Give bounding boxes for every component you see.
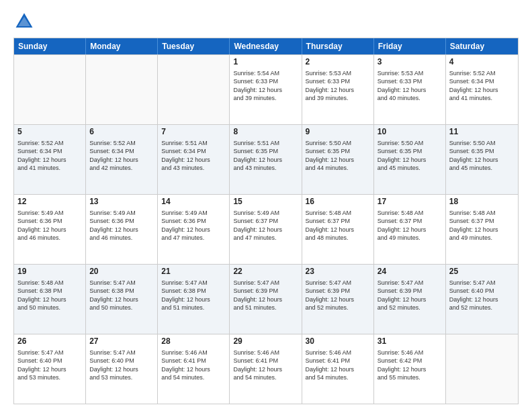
day-number: 28 [161, 336, 226, 347]
calendar-cell: 26Sunrise: 5:47 AM Sunset: 6:40 PM Dayli… [14, 334, 86, 404]
calendar-cell: 25Sunrise: 5:47 AM Sunset: 6:40 PM Dayli… [446, 265, 518, 334]
day-info: Sunrise: 5:47 AM Sunset: 6:39 PM Dayligh… [378, 279, 442, 312]
calendar: SundayMondayTuesdayWednesdayThursdayFrid… [13, 38, 519, 404]
calendar-cell [14, 55, 86, 124]
day-number: 3 [378, 57, 442, 68]
day-info: Sunrise: 5:49 AM Sunset: 6:36 PM Dayligh… [89, 209, 154, 242]
day-number: 20 [89, 267, 154, 277]
day-info: Sunrise: 5:51 AM Sunset: 6:34 PM Dayligh… [161, 139, 226, 173]
day-number: 22 [233, 267, 298, 277]
header [13, 11, 519, 32]
day-number: 15 [233, 197, 298, 208]
day-number: 6 [89, 127, 154, 138]
calendar-cell [446, 334, 518, 404]
day-info: Sunrise: 5:54 AM Sunset: 6:33 PM Dayligh… [233, 69, 298, 103]
calendar-cell: 22Sunrise: 5:47 AM Sunset: 6:39 PM Dayli… [230, 265, 302, 334]
day-number: 13 [89, 197, 154, 208]
day-number: 12 [17, 197, 82, 208]
logo-icon [13, 11, 35, 32]
calendar-cell: 31Sunrise: 5:46 AM Sunset: 6:42 PM Dayli… [374, 334, 446, 404]
calendar-cell: 24Sunrise: 5:47 AM Sunset: 6:39 PM Dayli… [374, 265, 446, 334]
day-number: 1 [233, 57, 298, 68]
day-info: Sunrise: 5:47 AM Sunset: 6:39 PM Dayligh… [306, 279, 370, 312]
day-number: 9 [306, 127, 370, 138]
day-info: Sunrise: 5:51 AM Sunset: 6:35 PM Dayligh… [233, 139, 298, 173]
day-number: 21 [161, 267, 226, 277]
header-day-tuesday: Tuesday [158, 38, 230, 54]
calendar-cell: 27Sunrise: 5:47 AM Sunset: 6:40 PM Dayli… [86, 334, 158, 404]
header-day-monday: Monday [86, 38, 158, 54]
day-number: 29 [233, 336, 298, 347]
day-number: 27 [89, 336, 154, 347]
day-info: Sunrise: 5:46 AM Sunset: 6:42 PM Dayligh… [378, 349, 442, 382]
day-info: Sunrise: 5:49 AM Sunset: 6:36 PM Dayligh… [17, 209, 82, 242]
calendar-cell: 30Sunrise: 5:46 AM Sunset: 6:41 PM Dayli… [302, 334, 374, 404]
day-info: Sunrise: 5:46 AM Sunset: 6:41 PM Dayligh… [161, 349, 226, 382]
day-info: Sunrise: 5:48 AM Sunset: 6:37 PM Dayligh… [306, 209, 370, 242]
calendar-row-1: 5Sunrise: 5:52 AM Sunset: 6:34 PM Daylig… [14, 124, 518, 194]
calendar-cell: 5Sunrise: 5:52 AM Sunset: 6:34 PM Daylig… [14, 125, 86, 194]
calendar-cell: 2Sunrise: 5:53 AM Sunset: 6:33 PM Daylig… [302, 55, 374, 124]
day-info: Sunrise: 5:50 AM Sunset: 6:35 PM Dayligh… [378, 139, 442, 173]
calendar-cell: 8Sunrise: 5:51 AM Sunset: 6:35 PM Daylig… [230, 125, 302, 194]
day-info: Sunrise: 5:53 AM Sunset: 6:33 PM Dayligh… [378, 69, 442, 103]
day-number: 18 [449, 197, 515, 208]
calendar-cell: 1Sunrise: 5:54 AM Sunset: 6:33 PM Daylig… [230, 55, 302, 124]
header-day-friday: Friday [374, 38, 446, 54]
day-number: 19 [17, 267, 82, 277]
calendar-header: SundayMondayTuesdayWednesdayThursdayFrid… [14, 38, 518, 54]
day-info: Sunrise: 5:47 AM Sunset: 6:39 PM Dayligh… [233, 279, 298, 312]
day-info: Sunrise: 5:52 AM Sunset: 6:34 PM Dayligh… [89, 139, 154, 173]
calendar-body: 1Sunrise: 5:54 AM Sunset: 6:33 PM Daylig… [14, 54, 518, 404]
day-number: 10 [378, 127, 442, 138]
header-day-wednesday: Wednesday [230, 38, 302, 54]
day-number: 16 [306, 197, 370, 208]
day-info: Sunrise: 5:47 AM Sunset: 6:40 PM Dayligh… [449, 279, 515, 312]
day-info: Sunrise: 5:48 AM Sunset: 6:38 PM Dayligh… [17, 279, 82, 312]
day-info: Sunrise: 5:52 AM Sunset: 6:34 PM Dayligh… [449, 69, 515, 103]
page: SundayMondayTuesdayWednesdayThursdayFrid… [0, 0, 532, 411]
day-info: Sunrise: 5:49 AM Sunset: 6:36 PM Dayligh… [161, 209, 226, 242]
day-info: Sunrise: 5:52 AM Sunset: 6:34 PM Dayligh… [17, 139, 82, 173]
day-info: Sunrise: 5:47 AM Sunset: 6:38 PM Dayligh… [89, 279, 154, 312]
calendar-cell: 20Sunrise: 5:47 AM Sunset: 6:38 PM Dayli… [86, 265, 158, 334]
header-day-sunday: Sunday [14, 38, 86, 54]
calendar-cell: 13Sunrise: 5:49 AM Sunset: 6:36 PM Dayli… [86, 195, 158, 264]
day-number: 2 [306, 57, 370, 68]
calendar-cell: 23Sunrise: 5:47 AM Sunset: 6:39 PM Dayli… [302, 265, 374, 334]
calendar-cell: 4Sunrise: 5:52 AM Sunset: 6:34 PM Daylig… [446, 55, 518, 124]
calendar-cell: 28Sunrise: 5:46 AM Sunset: 6:41 PM Dayli… [158, 334, 230, 404]
calendar-cell: 21Sunrise: 5:47 AM Sunset: 6:38 PM Dayli… [158, 265, 230, 334]
day-number: 11 [449, 127, 515, 138]
calendar-cell: 14Sunrise: 5:49 AM Sunset: 6:36 PM Dayli… [158, 195, 230, 264]
header-day-thursday: Thursday [302, 38, 374, 54]
day-info: Sunrise: 5:47 AM Sunset: 6:38 PM Dayligh… [161, 279, 226, 312]
day-info: Sunrise: 5:49 AM Sunset: 6:37 PM Dayligh… [233, 209, 298, 242]
calendar-cell: 17Sunrise: 5:48 AM Sunset: 6:37 PM Dayli… [374, 195, 446, 264]
day-info: Sunrise: 5:46 AM Sunset: 6:41 PM Dayligh… [233, 349, 298, 382]
day-number: 14 [161, 197, 226, 208]
day-number: 7 [161, 127, 226, 138]
calendar-cell: 10Sunrise: 5:50 AM Sunset: 6:35 PM Dayli… [374, 125, 446, 194]
header-day-saturday: Saturday [446, 38, 518, 54]
day-number: 30 [306, 336, 370, 347]
calendar-cell: 7Sunrise: 5:51 AM Sunset: 6:34 PM Daylig… [158, 125, 230, 194]
day-info: Sunrise: 5:46 AM Sunset: 6:41 PM Dayligh… [306, 349, 370, 382]
day-number: 23 [306, 267, 370, 277]
calendar-row-3: 19Sunrise: 5:48 AM Sunset: 6:38 PM Dayli… [14, 264, 518, 334]
calendar-cell: 19Sunrise: 5:48 AM Sunset: 6:38 PM Dayli… [14, 265, 86, 334]
day-number: 31 [378, 336, 442, 347]
day-number: 24 [378, 267, 442, 277]
day-info: Sunrise: 5:50 AM Sunset: 6:35 PM Dayligh… [306, 139, 370, 173]
calendar-cell: 18Sunrise: 5:48 AM Sunset: 6:37 PM Dayli… [446, 195, 518, 264]
day-number: 26 [17, 336, 82, 347]
calendar-cell [86, 55, 158, 124]
calendar-cell: 6Sunrise: 5:52 AM Sunset: 6:34 PM Daylig… [86, 125, 158, 194]
calendar-cell: 11Sunrise: 5:50 AM Sunset: 6:35 PM Dayli… [446, 125, 518, 194]
calendar-row-4: 26Sunrise: 5:47 AM Sunset: 6:40 PM Dayli… [14, 334, 518, 404]
calendar-cell: 3Sunrise: 5:53 AM Sunset: 6:33 PM Daylig… [374, 55, 446, 124]
day-number: 5 [17, 127, 82, 138]
day-info: Sunrise: 5:48 AM Sunset: 6:37 PM Dayligh… [378, 209, 442, 242]
day-info: Sunrise: 5:48 AM Sunset: 6:37 PM Dayligh… [449, 209, 515, 242]
calendar-cell: 29Sunrise: 5:46 AM Sunset: 6:41 PM Dayli… [230, 334, 302, 404]
